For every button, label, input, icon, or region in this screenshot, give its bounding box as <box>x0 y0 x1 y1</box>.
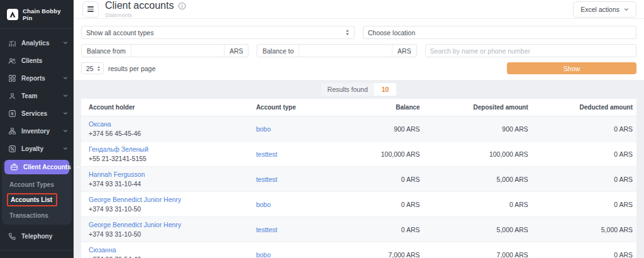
search-input[interactable] <box>425 44 636 57</box>
account-type-link[interactable]: testtest <box>256 226 277 233</box>
account-type-link[interactable]: testtest <box>256 176 277 183</box>
account-holder-phone: +374 86 76-54-43 <box>89 255 256 258</box>
column-header-account-type: Account type <box>256 99 350 116</box>
account-type-cell: testtest <box>256 217 350 242</box>
balance-cell: 0 ARS <box>350 217 419 242</box>
app-logo[interactable]: Chain Bobby Pin <box>0 0 74 28</box>
sidebar-item-label: Reports <box>21 75 58 82</box>
deducted-amount-cell: 0 ARS <box>528 167 636 192</box>
account-holder-cell: Гендальф Зеленый+55 21-32141-5155 <box>81 142 256 167</box>
account-type-cell: bobo <box>256 192 350 217</box>
sidebar-subitem-accounts-list[interactable]: Accounts List <box>2 192 72 208</box>
sidebar-subitem-label: Account Types <box>9 181 54 188</box>
balance-to-input[interactable] <box>299 45 392 57</box>
sidebar-item-telephony[interactable]: Telephony <box>0 227 74 245</box>
account-holder-cell: Оксана+374 56 45-45-46 <box>81 116 256 142</box>
chevron-down-icon <box>63 111 68 116</box>
sidebar-item-services[interactable]: Services <box>0 104 74 122</box>
show-button[interactable]: Show <box>507 62 636 74</box>
results-section: Results found 10 Account holderAccount t… <box>74 80 644 258</box>
balance-from-group: Balance from ARS <box>81 44 248 57</box>
per-page-value: 25 <box>86 65 94 72</box>
account-holder-link[interactable]: George Bennedict Junior Henry <box>89 221 181 228</box>
sidebar-item-inventory[interactable]: Inventory <box>0 122 74 140</box>
balance-to-label: Balance to <box>257 45 299 57</box>
info-icon[interactable] <box>178 2 186 10</box>
account-holder-link[interactable]: Оксана <box>89 120 111 128</box>
accounts-table-body: Оксана+374 56 45-45-46bobo900 ARS900 ARS… <box>81 116 636 258</box>
menu-toggle-button[interactable] <box>82 1 99 18</box>
sidebar-item-label: Loyalty <box>21 145 58 152</box>
results-found-count: 10 <box>374 83 397 96</box>
client-accounts-icon <box>9 163 18 172</box>
account-holder-phone: +374 93 31-10-50 <box>89 230 256 238</box>
balance-from-input[interactable] <box>131 45 224 57</box>
app-name: Chain Bobby Pin <box>23 8 67 21</box>
results-found-label: Results found <box>321 83 374 96</box>
excel-actions-button[interactable]: Excel actions <box>573 1 636 18</box>
chevron-down-icon <box>63 128 68 133</box>
chevron-down-icon <box>63 146 68 151</box>
account-type-cell: bobo <box>256 116 350 142</box>
sidebar-item-settings[interactable]: Settings <box>0 255 74 258</box>
chevron-down-icon <box>63 76 68 81</box>
sidebar: Chain Bobby Pin AnalyticsClientsReportsT… <box>0 0 74 258</box>
account-holder-link[interactable]: Hannah Fergusson <box>89 171 145 178</box>
account-type-cell: testtest <box>256 167 350 192</box>
account-type-link[interactable]: bobo <box>256 201 270 208</box>
balance-cell: 100,000 ARS <box>350 142 419 167</box>
account-type-link[interactable]: bobo <box>256 251 270 258</box>
analytics-icon <box>8 38 16 47</box>
table-row: Hannah Fergusson+374 93 31-10-44testtest… <box>81 167 636 192</box>
sidebar-item-loyalty[interactable]: Loyalty <box>0 140 74 157</box>
table-row: George Bennedict Junior Henry+374 93 31-… <box>81 217 636 242</box>
sidebar-item-analytics[interactable]: Analytics <box>0 34 74 52</box>
account-type-link[interactable]: testtest <box>256 150 277 158</box>
location-input[interactable] <box>363 26 636 39</box>
chevron-up-icon <box>76 165 81 170</box>
account-holder-link[interactable]: Гендальф Зеленый <box>89 145 148 153</box>
sidebar-subitem-transactions[interactable]: Transactions <box>2 208 72 223</box>
sidebar-subitem-account-types[interactable]: Account Types <box>2 177 72 192</box>
account-holder-link[interactable]: George Bennedict Junior Henry <box>89 196 181 203</box>
excel-actions-label: Excel actions <box>580 6 619 13</box>
select-arrows-icon <box>345 29 350 36</box>
sidebar-item-client-accounts[interactable]: Client Accounts <box>4 160 69 174</box>
select-arrows-icon <box>97 65 101 72</box>
account-type-select[interactable]: Show all account types <box>81 26 355 39</box>
chevron-down-icon <box>624 7 629 12</box>
reports-icon <box>8 74 16 82</box>
per-page-label: results per page <box>108 65 155 72</box>
deposited-amount-cell: 0 ARS <box>420 192 528 217</box>
team-icon <box>8 91 16 100</box>
column-header-balance: Balance <box>350 99 419 116</box>
account-holder-phone: +55 21-32141-5155 <box>89 155 256 162</box>
account-type-cell: bobo <box>256 242 350 258</box>
page-title: Client accounts <box>105 0 174 11</box>
balance-cell: 0 ARS <box>350 167 419 192</box>
account-holder-phone: +374 93 31-10-50 <box>89 205 256 213</box>
results-found-badge: Results found 10 <box>321 83 397 96</box>
column-header-deposited-amount: Deposited amount <box>420 99 528 116</box>
deducted-amount-cell: 0 ARS <box>528 142 636 167</box>
balance-to-group: Balance to ARS <box>257 44 416 57</box>
sidebar-item-label: Client Accounts <box>23 164 71 171</box>
sidebar-item-reports[interactable]: Reports <box>0 69 74 87</box>
balance-to-currency: ARS <box>392 45 416 57</box>
sidebar-item-label: Services <box>21 110 58 117</box>
account-holder-link[interactable]: Сюзанна <box>89 246 116 254</box>
sidebar-subitem-label: Accounts List <box>7 193 57 206</box>
account-holder-cell: George Bennedict Junior Henry+374 93 31-… <box>81 217 256 242</box>
sidebar-item-team[interactable]: Team <box>0 87 74 104</box>
sidebar-item-clients[interactable]: Clients <box>0 52 74 69</box>
sidebar-item-label: Analytics <box>21 40 58 47</box>
telephony-icon <box>8 232 16 240</box>
page-header: Client accounts Statements Excel actions <box>74 0 644 19</box>
balance-from-label: Balance from <box>82 45 131 57</box>
per-page-select[interactable]: 25 <box>81 62 104 74</box>
account-holder-cell: George Bennedict Junior Henry+374 93 31-… <box>81 192 256 217</box>
deposited-amount-cell: 900 ARS <box>420 116 528 142</box>
deducted-amount-cell: 0 ARS <box>528 116 636 142</box>
sidebar-item-label: Telephony <box>21 233 68 240</box>
account-type-link[interactable]: bobo <box>256 125 270 133</box>
